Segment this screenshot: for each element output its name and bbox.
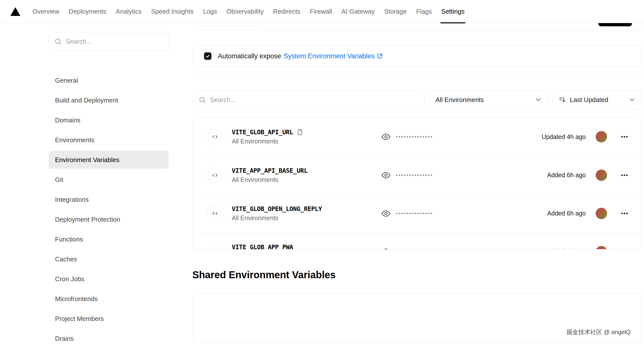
main-content: Import .env or paste the .env contents a… [192,23,644,344]
sidebar-item-drains[interactable]: Drains [48,330,168,344]
row-menu-button[interactable] [618,169,631,182]
sidebar-item-general[interactable]: General [48,72,168,89]
sort-select[interactable]: Last Updated [552,90,642,109]
eye-icon[interactable] [382,171,390,180]
settings-sidebar-list: GeneralBuild and DeploymentDomainsEnviro… [48,72,168,344]
ellipsis-icon [620,209,629,218]
nav-tab-ai-gateway[interactable]: AI Gateway [337,0,379,23]
system-env-vars-link[interactable]: System Environment Variables [284,52,383,60]
auto-expose-checkbox[interactable] [204,52,212,60]
nav-tab-deployments[interactable]: Deployments [64,0,111,23]
env-variable-row: VITE_GLOB_OPEN_LONG_REPLY All Environmen… [192,194,642,232]
variable-scope: All Environments [232,215,370,222]
variable-meta: Added 6h ago [547,248,586,249]
chevron-down-icon [628,96,636,103]
top-nav-tabs: OverviewDeploymentsAnalyticsSpeed Insigh… [28,0,469,23]
variables-filter-row: All Environments Last Updated [192,90,642,109]
env-editor-card: Import .env or paste the .env contents a… [192,23,642,30]
check-icon [205,54,210,59]
sidebar-item-caches[interactable]: Caches [48,250,168,268]
sidebar-item-integrations[interactable]: Integrations [48,191,168,209]
vercel-logo-icon[interactable] [10,7,20,16]
top-nav: OverviewDeploymentsAnalyticsSpeed Insigh… [0,0,644,23]
variable-secret: •••••••••••••• [370,247,547,249]
variable-scope: All Environments [232,138,370,145]
sidebar-item-microfrontends[interactable]: Microfrontends [48,290,168,308]
sidebar-item-git[interactable]: Git [48,171,168,189]
sidebar-item-domains[interactable]: Domains [48,111,168,129]
sidebar-item-cron-jobs[interactable]: Cron Jobs [48,270,168,288]
auto-expose-card: Automatically expose System Environment … [192,45,642,67]
variable-meta: Added 6h ago [547,210,586,217]
env-variable-row: VITE_GLOB_API_URL All Environments •••••… [192,118,642,156]
nav-tab-overview[interactable]: Overview [28,0,64,23]
auto-expose-label: Automatically expose [218,52,281,60]
variable-value-mask: •••••••••••••• [396,248,433,249]
row-menu-button[interactable] [618,245,631,249]
avatar [596,169,607,181]
code-icon [208,168,222,183]
eye-icon[interactable] [382,247,390,249]
row-menu-button[interactable] [618,130,631,143]
nav-tab-redirects[interactable]: Redirects [268,0,305,23]
auto-expose-text: Automatically expose System Environment … [218,52,383,60]
shared-env-vars-card [192,293,642,344]
page-layout: GeneralBuild and DeploymentDomainsEnviro… [0,23,644,344]
variable-secret: •••••••••••••• [370,209,547,218]
ellipsis-icon [620,247,629,249]
variable-name: VITE_GLOB_APP_PWA [232,244,293,249]
variable-name: VITE_APP_API_BASE_URL [232,167,308,174]
eye-icon[interactable] [382,209,390,218]
nav-tab-logs[interactable]: Logs [198,0,222,23]
nav-tab-firewall[interactable]: Firewall [305,0,337,23]
sidebar-item-functions[interactable]: Functions [48,230,168,248]
sidebar-item-build-and-deployment[interactable]: Build and Deployment [48,91,168,109]
save-button[interactable]: Save [598,23,632,26]
note-icon[interactable] [296,129,303,135]
sidebar-search-box[interactable] [48,32,168,51]
external-link-icon [376,53,383,59]
import-env-button[interactable]: Import .env [202,23,260,26]
variable-value-mask: •••••••••••••• [396,133,433,140]
sidebar-item-project-members[interactable]: Project Members [48,310,168,328]
env-variable-row: VITE_APP_API_BASE_URL All Environments •… [192,156,642,194]
variable-meta: Added 6h ago [547,171,586,179]
search-icon [198,96,206,103]
variable-secret: •••••••••••••• [370,132,542,141]
sort-value: Last Updated [570,96,608,104]
code-icon [208,206,222,221]
row-menu-button[interactable] [618,207,631,220]
settings-sidebar: GeneralBuild and DeploymentDomainsEnviro… [0,23,192,344]
nav-tab-observability[interactable]: Observability [222,0,268,23]
system-env-vars-link-label: System Environment Variables [284,52,374,60]
nav-tab-speed-insights[interactable]: Speed Insights [146,0,198,23]
chevron-down-icon [535,96,542,103]
variable-value-mask: •••••••••••••• [396,172,433,179]
sort-icon [558,96,566,103]
nav-tab-flags[interactable]: Flags [412,0,437,23]
ellipsis-icon [620,132,629,141]
sidebar-item-deployment-protection[interactable]: Deployment Protection [48,211,168,228]
variable-scope: All Environments [232,176,370,184]
eye-icon[interactable] [382,132,390,141]
variable-secret: •••••••••••••• [370,171,547,180]
sidebar-item-environments[interactable]: Environments [48,131,168,149]
environment-filter-select[interactable]: All Environments [428,90,548,109]
variable-identity: VITE_GLOB_APP_PWA All Environments [232,244,370,249]
variables-search-input[interactable] [210,96,418,104]
watermark: 掘金技术社区 @ angelQ [566,328,630,336]
nav-tab-analytics[interactable]: Analytics [111,0,146,23]
variable-value-mask: •••••••••••••• [396,210,433,217]
variable-identity: VITE_GLOB_API_URL All Environments [232,129,370,145]
ellipsis-icon [620,171,629,180]
sidebar-search-input[interactable] [66,38,163,45]
sidebar-item-environment-variables[interactable]: Environment Variables [48,151,168,169]
nav-tab-storage[interactable]: Storage [380,0,412,23]
variable-meta: Updated 4h ago [542,133,586,140]
variable-name: VITE_GLOB_API_URL [232,129,293,136]
nav-tab-settings[interactable]: Settings [436,0,469,23]
variable-identity: VITE_APP_API_BASE_URL All Environments [232,167,370,184]
variable-identity: VITE_GLOB_OPEN_LONG_REPLY All Environmen… [232,205,370,222]
env-editor-footer: Import .env or paste the .env contents a… [202,23,632,26]
variables-search-box[interactable] [192,90,424,109]
